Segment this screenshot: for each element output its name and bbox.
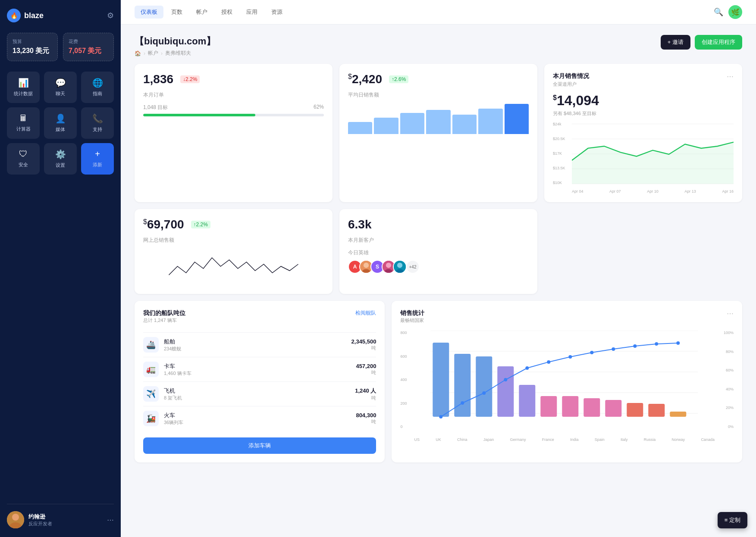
tab-resources[interactable]: 资源 <box>265 6 289 19</box>
fleet-item-truck: 🚛 卡车 1,460 辆卡车 457,200 吨 <box>143 357 376 381</box>
tab-auth[interactable]: 授权 <box>215 6 238 19</box>
expense-value: 7,057 美元 <box>69 47 108 56</box>
create-app-button[interactable]: 创建应用程序 <box>695 35 742 50</box>
sidebar-item-media[interactable]: 👤 媒体 <box>44 107 77 139</box>
fleet-sub: 总计 1,247 辆车 <box>143 317 185 324</box>
settings-icon-top[interactable]: ⚙ <box>107 11 114 20</box>
support-icon: 📞 <box>92 113 103 124</box>
sidebar-item-security[interactable]: 🛡 安全 <box>7 143 40 175</box>
total-sales-label: 网上总销售额 <box>143 237 324 244</box>
budget-label: 预算 <box>13 38 52 45</box>
orders-value: 1,836 <box>143 72 173 86</box>
chat-icon: 💬 <box>55 78 66 88</box>
fleet-item-value-truck: 457,200 吨 <box>356 363 376 376</box>
breadcrumb-home: 🏠 <box>135 50 141 56</box>
logo-text: blaze <box>24 11 44 20</box>
sales-stats-header: 销售统计 最畅销国家 ⋯ <box>400 309 734 329</box>
sales-stats-card: 销售统计 最畅销国家 ⋯ 8006004002000 100%80%60%40%… <box>392 301 742 462</box>
monthly-sales-more[interactable]: ⋯ <box>727 72 734 81</box>
budget-card: 预算 13,230 美元 <box>7 33 58 61</box>
fleet-item-ship: 🚢 船舶 234艘舰 2,345,500 吨 <box>143 332 376 357</box>
svg-rect-25 <box>476 356 492 417</box>
bar-3 <box>400 113 424 134</box>
sidebar: 🔥 blaze ⚙ 预算 13,230 美元 花费 7,057 美元 📊 统计数… <box>0 0 121 537</box>
bar-2 <box>374 118 398 134</box>
x-axis-labels: Apr 04 Apr 07 Apr 10 Apr 13 Apr 16 <box>572 189 734 194</box>
profile-button[interactable]: 🌿 <box>728 5 742 19</box>
svg-rect-27 <box>519 385 536 417</box>
fleet-item-info-train: 火车 36辆列车 <box>164 412 356 426</box>
tab-apps[interactable]: 应用 <box>240 6 264 19</box>
sidebar-item-settings[interactable]: ⚙️ 设置 <box>44 143 77 175</box>
progress-header: 1,048 目标 62% <box>143 104 324 111</box>
sidebar-item-label: 添新 <box>93 162 102 168</box>
stats-row-2: $69,700 ↑2.2% 网上总销售额 6.3k 本月新客户 今日英雄 <box>135 209 742 294</box>
avg-sales-header: $2,420 ↑2.6% <box>348 72 529 86</box>
fleet-card: 我们的船队吨位 总计 1,247 辆车 检阅舰队 🚢 船舶 234艘舰 2,34… <box>135 301 385 462</box>
user-area: 约翰逊 反应开发者 ⋯ <box>7 504 114 528</box>
customize-button[interactable]: ≡ 定制 <box>718 512 747 528</box>
combo-chart-container: 8006004002000 100%80%60%40%20%0% <box>400 331 734 442</box>
plane-icon: ✈️ <box>143 386 159 402</box>
fleet-item-info-ship: 船舶 234艘舰 <box>164 338 351 352</box>
sidebar-item-add[interactable]: + 添新 <box>81 143 114 175</box>
search-icon[interactable]: 🔍 <box>714 7 723 17</box>
svg-rect-23 <box>433 343 449 417</box>
avg-sales-value: $2,420 <box>348 72 382 86</box>
svg-rect-24 <box>455 354 471 417</box>
total-sales-value: $69,700 <box>143 218 184 231</box>
svg-point-43 <box>612 347 615 351</box>
total-sales-change: ↑2.2% <box>191 221 210 228</box>
sidebar-item-support[interactable]: 📞 支持 <box>81 107 114 139</box>
fleet-link[interactable]: 检阅舰队 <box>355 309 376 317</box>
combo-y-left: 8006004002000 <box>400 331 407 429</box>
svg-rect-33 <box>649 404 665 417</box>
tab-pages[interactable]: 页数 <box>165 6 188 19</box>
avg-sales-card: $2,420 ↑2.6% 平均日销售额 <box>339 64 537 202</box>
svg-point-16 <box>397 262 402 268</box>
hero-avatar-5 <box>393 260 407 274</box>
expense-card: 花费 7,057 美元 <box>63 33 114 61</box>
fleet-item-train: 🚂 火车 36辆列车 804,300 吨 <box>143 406 376 431</box>
sidebar-item-label: 支持 <box>93 126 102 133</box>
stats-icon: 📊 <box>18 78 29 88</box>
logo-icon: 🔥 <box>7 9 21 22</box>
svg-rect-28 <box>541 396 557 417</box>
sidebar-item-stats[interactable]: 📊 统计数据 <box>7 72 40 103</box>
mini-bar-chart <box>348 104 529 134</box>
svg-point-10 <box>364 262 369 268</box>
sidebar-item-label: 聊天 <box>56 91 65 97</box>
monthly-sales-title: 本月销售情况 <box>553 72 589 80</box>
heroes-avatars: A S +42 <box>348 260 529 274</box>
target-label: 1,048 目标 <box>143 104 168 111</box>
user-more-icon[interactable]: ⋯ <box>107 516 114 524</box>
bar-4 <box>426 110 450 134</box>
orders-card: 1,836 ↓2.2% 本月订单 1,048 目标 62% <box>135 64 333 202</box>
wave-chart <box>143 249 324 284</box>
svg-point-46 <box>677 341 680 345</box>
svg-rect-34 <box>670 412 687 417</box>
sidebar-item-guide[interactable]: 🌐 指南 <box>81 72 114 103</box>
tab-dashboard[interactable]: 仪表板 <box>135 6 163 19</box>
bar-1 <box>348 122 372 134</box>
sidebar-item-chat[interactable]: 💬 聊天 <box>44 72 77 103</box>
svg-rect-26 <box>498 366 514 417</box>
svg-point-42 <box>590 351 594 354</box>
budget-value: 13,230 美元 <box>13 47 52 56</box>
heroes-label: 今日英雄 <box>348 249 529 256</box>
invite-button[interactable]: + 邀请 <box>661 35 690 50</box>
tab-accounts[interactable]: 帐户 <box>190 6 213 19</box>
nav-actions: 🔍 🌿 <box>714 5 742 19</box>
svg-rect-31 <box>605 400 622 417</box>
svg-point-45 <box>655 342 659 346</box>
fleet-item-info-plane: 飞机 8 架飞机 <box>164 387 355 401</box>
sales-stats-more[interactable]: ⋯ <box>727 309 734 318</box>
monthly-sales-value: $14,094 <box>553 93 734 109</box>
fleet-add-button[interactable]: 添加车辆 <box>143 437 376 454</box>
monthly-sales-note: 另有 $48,346 至目标 <box>553 110 734 117</box>
svg-point-37 <box>483 391 486 395</box>
page-title: 【biqubiqu.com】 <box>135 35 216 48</box>
sidebar-item-label: 统计数据 <box>14 91 33 97</box>
sidebar-item-calculator[interactable]: 🖩 计算器 <box>7 107 40 139</box>
svg-point-13 <box>386 262 391 268</box>
